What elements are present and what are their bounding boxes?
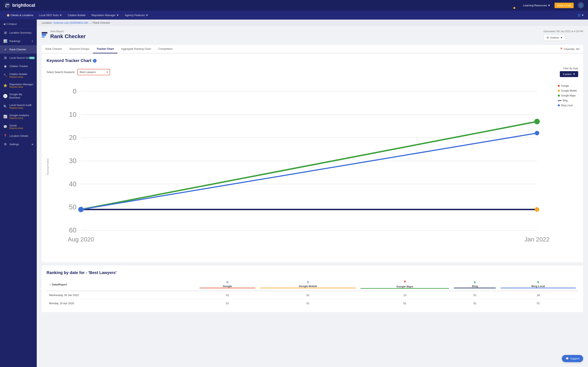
sidebar-item-label-rankings: Rankings [9,40,29,43]
google-analytics-sub-label: Requires setup [9,117,34,119]
support-button[interactable]: 💬 Support [562,355,583,362]
nav-local-seo-tools[interactable]: Local SEO Tools ▼ [36,12,65,18]
sidebar: ◀ Collapse ⊞ Location Summary 📊 Rankings… [0,20,37,367]
svg-text:50: 50 [69,203,76,211]
svg-point-27 [535,131,539,135]
nav-user-icon[interactable]: 👤 ▼ [577,14,584,17]
svg-point-22 [535,207,539,212]
col-google-mobile: G Google Mobile [258,278,358,291]
svg-line-23 [81,122,537,209]
filter-date-area: Filter By Date 3 years ▼ [560,67,578,77]
sidebar-item-citation-builder[interactable]: 🔨 Citation Builder Requires setup [0,70,37,81]
tab-keyword-groups[interactable]: Keyword Groups [66,45,93,53]
sidebar-item-label-local-search-audit: Local Search Audit Requires setup [9,104,34,109]
location-pin-icon: 📍 [560,48,563,50]
sidebar-item-label-google-my-business: Google My Business [9,93,34,99]
breadcrumb-location-link[interactable]: Sodoma Law (SODOMALAW-... [53,21,91,24]
collapse-button[interactable]: ◀ Collapse [0,20,37,29]
logo-text: brightlocal [12,3,35,8]
nav-citation-builder[interactable]: Citation Builder [65,12,88,18]
table-row: Wednesday, 05 Jan 20225151135118 [47,291,578,299]
reputation-manager-sub-label: Requires setup [9,86,34,88]
controls-row: Select Search Keyword: Best Lawyers ▼ Fi… [47,67,578,77]
keyword-select-label: Select Search Keyword: [47,71,75,74]
book-call-button[interactable]: Book a Call [554,3,574,8]
tab-rank-checker[interactable]: Rank Checker [42,45,66,53]
table-cell-value: 51 [498,299,578,307]
breadcrumb-prefix: Location: [42,21,52,24]
table-cell-value: 51 [451,299,498,307]
legend-google-maps: Google Maps [558,94,578,97]
col-google-maps: 📍 Google Maps [358,278,451,291]
logo[interactable]: brightlocal [4,2,35,8]
sidebar-item-label-citation-builder: Citation Builder Requires setup [9,73,34,78]
google-maps-icon: 📍 [403,280,407,284]
svg-point-1 [5,6,7,7]
tab-tracker-chart[interactable]: Tracker Chart [93,45,117,53]
svg-line-25 [81,133,537,210]
sidebar-item-rankings[interactable]: 📊 Rankings ▼ [0,37,37,45]
sidebar-item-location-details[interactable]: 📍 Location Details [0,132,37,140]
report-icon-bar-3 [42,36,45,38]
filter-date-label: Filter By Date [563,67,578,70]
sidebar-item-local-search-grid[interactable]: ⊞ Local Search Grid New [0,54,37,62]
main-content: Location: Sodoma Law (SODOMALAW-... / Ra… [37,20,588,367]
sidebar-item-google-analytics[interactable]: 📈 Google Analytics Requires setup [0,111,37,122]
nav-clients-locations[interactable]: 🏠 Clients & Locations [4,12,36,18]
collapse-chevron-icon: ◀ [3,22,5,25]
nav-agency-features[interactable]: Agency Features ▼ [122,12,151,18]
sidebar-item-location-summary[interactable]: ⊞ Location Summary [0,29,37,37]
google-mobile-col-label: Google Mobile [299,285,317,288]
sidebar-item-google-my-business[interactable]: G Google My Business [0,91,37,101]
bing-header: b Bing [454,281,496,288]
sidebar-item-citation-tracker[interactable]: ◉ Citation Tracker [0,62,37,70]
col-date: ▼ Date/Report [47,278,197,291]
settings-icon: ⚙ [3,142,7,146]
legend-google-label: Google [561,84,569,87]
bing-icon: b [474,281,476,284]
sidebar-item-rank-checker[interactable]: ✓ Rank Checker [0,45,37,54]
nav-reputation-manager-label: Reputation Manager [91,14,116,17]
sidebar-item-reputation-manager[interactable]: ⭐ Reputation Manager Requires setup [0,81,37,91]
social-icon: 💬 [3,125,7,129]
legend-google: Google [558,84,578,87]
user-avatar-icon[interactable]: 👤 [578,2,584,8]
learning-resources-label: Learning Resources [523,4,547,7]
reputation-manager-icon: ⭐ [3,83,7,87]
report-icon [42,32,47,38]
bing-local-col-label: Bing Local [531,285,545,288]
google-maps-header: 📍 Google Maps [361,280,449,289]
learning-resources-link[interactable]: Learning Resources ▼ [523,4,550,7]
chart-area: Ranking Position [47,80,578,253]
col-bing-local: b Bing Local [498,278,578,291]
local-search-audit-icon: 🔍 [3,105,7,108]
nav-reputation-manager[interactable]: Reputation Manager ▼ [89,12,121,18]
svg-point-24 [534,119,540,124]
actions-chevron-icon: ▼ [560,36,563,39]
top-bar: brightlocal Learning Resources ▼ Book a … [0,0,588,11]
collapse-label: Collapse [7,22,17,25]
sidebar-item-social[interactable]: 💬 Social Requires setup [0,122,37,132]
bing-local-header: b Bing Local [501,281,576,288]
chart-y-axis-label: Ranking Position [47,80,49,253]
sidebar-item-settings[interactable]: ⚙ Settings ▶ [0,140,37,149]
svg-text:Aug 2020: Aug 2020 [68,236,94,243]
keyword-select[interactable]: Best Lawyers [77,69,110,75]
table-cell-value: 51 [197,299,258,307]
actions-button[interactable]: ⚙ Actions ▼ [544,34,566,41]
chart-legend: Google Google Mobile Google Maps Bi [558,80,578,253]
sidebar-item-label-location-summary: Location Summary [9,31,34,34]
tab-competitors[interactable]: Competitors [155,45,176,53]
chart-title: Keyword Tracker Chart [47,58,91,63]
table-cell-value: 51 [451,291,498,299]
sidebar-item-local-search-audit[interactable]: 🔍 Local Search Audit Requires setup [0,101,37,111]
svg-text:10: 10 [69,111,76,118]
legend-bing-line [558,100,562,101]
tab-location: 📍 Charlotte, NC [556,48,583,50]
col-google: G Google [197,278,258,291]
settings-chevron-icon: ▶ [32,143,34,146]
filter-date-button[interactable]: 3 years ▼ [560,71,578,77]
chart-info-icon[interactable]: i [93,59,96,63]
local-search-audit-sub-label: Requires setup [9,107,34,109]
tab-aggregate-ranking-chart[interactable]: Aggregate Ranking Chart [117,45,155,53]
